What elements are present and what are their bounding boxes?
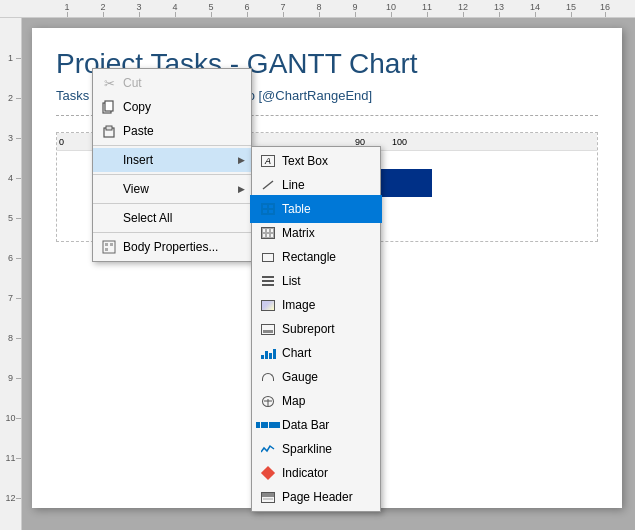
ruler-mark-4: 4 — [172, 2, 177, 12]
submenu-item-list[interactable]: List — [252, 269, 380, 293]
subreport-icon — [260, 321, 276, 337]
chart-label: Chart — [282, 346, 311, 360]
cut-icon: ✂ — [101, 75, 117, 91]
svg-rect-8 — [110, 243, 113, 246]
gantt-scale-90: 90 — [355, 137, 365, 147]
submenu-item-databar[interactable]: Data Bar — [252, 413, 380, 437]
submenu-item-image[interactable]: Image — [252, 293, 380, 317]
databar-label: Data Bar — [282, 418, 329, 432]
svg-rect-3 — [106, 126, 112, 130]
submenu-item-pageheader[interactable]: Page Header — [252, 485, 380, 509]
menu-item-body-properties[interactable]: Body Properties... — [93, 235, 251, 259]
paste-icon — [101, 123, 117, 139]
ruler-mark-2: 2 — [100, 2, 105, 12]
textbox-icon: A — [260, 153, 276, 169]
line-label: Line — [282, 178, 305, 192]
context-menu-overlay: ✂ Cut Copy — [92, 68, 252, 262]
menu-item-paste[interactable]: Paste — [93, 119, 251, 143]
matrix-label: Matrix — [282, 226, 315, 240]
body-properties-icon — [101, 239, 117, 255]
indicator-label: Indicator — [282, 466, 328, 480]
submenu-item-line[interactable]: Line — [252, 173, 380, 197]
rectangle-icon — [260, 249, 276, 265]
submenu-item-indicator[interactable]: Indicator — [252, 461, 380, 485]
menu-separator-3 — [93, 203, 251, 204]
gantt-scale-100: 100 — [392, 137, 407, 147]
ruler-mark-11: 11 — [422, 2, 432, 12]
line-icon — [260, 177, 276, 193]
ruler-mark-15: 15 — [566, 2, 576, 12]
pageheader-label: Page Header — [282, 490, 353, 504]
ruler-mark-12: 12 — [458, 2, 468, 12]
map-icon — [260, 393, 276, 409]
submenu-item-map[interactable]: Map — [252, 389, 380, 413]
list-label: List — [282, 274, 301, 288]
submenu-item-chart[interactable]: Chart — [252, 341, 380, 365]
cut-label: Cut — [123, 76, 243, 90]
menu-item-select-all[interactable]: Select All — [93, 206, 251, 230]
copy-icon — [101, 99, 117, 115]
sparkline-icon — [260, 441, 276, 457]
submenu-item-textbox[interactable]: A Text Box — [252, 149, 380, 173]
submenu-item-subreport[interactable]: Subreport — [252, 317, 380, 341]
list-icon — [260, 273, 276, 289]
submenu-insert: A Text Box Line — [251, 146, 381, 512]
content-area: Project Tasks - GANTT Chart Tasks from [… — [22, 18, 635, 530]
menu-separator-4 — [93, 232, 251, 233]
gantt-scale-0: 0 — [59, 137, 64, 147]
menu-item-view[interactable]: View — [93, 177, 251, 201]
menu-separator-2 — [93, 174, 251, 175]
menu-item-insert[interactable]: Insert A Text Box Lin — [93, 148, 251, 172]
databar-icon — [260, 417, 276, 433]
svg-rect-5 — [103, 241, 115, 253]
select-all-label: Select All — [123, 211, 243, 225]
table-label: Table — [282, 202, 311, 216]
submenu-item-gauge[interactable]: Gauge — [252, 365, 380, 389]
gauge-label: Gauge — [282, 370, 318, 384]
ruler-mark-14: 14 — [530, 2, 540, 12]
ruler-mark-8: 8 — [316, 2, 321, 12]
submenu-item-table[interactable]: Table — [252, 197, 380, 221]
svg-rect-1 — [105, 101, 113, 111]
chart-icon — [260, 345, 276, 361]
ruler-mark-6: 6 — [244, 2, 249, 12]
map-label: Map — [282, 394, 305, 408]
gauge-icon — [260, 369, 276, 385]
select-all-icon — [101, 210, 117, 226]
svg-rect-7 — [105, 248, 108, 251]
submenu-item-matrix[interactable]: Matrix — [252, 221, 380, 245]
image-icon — [260, 297, 276, 313]
insert-icon — [101, 152, 117, 168]
image-label: Image — [282, 298, 315, 312]
ruler-mark-5: 5 — [208, 2, 213, 12]
copy-label: Copy — [123, 100, 243, 114]
view-label: View — [123, 182, 243, 196]
rectangle-label: Rectangle — [282, 250, 336, 264]
sparkline-label: Sparkline — [282, 442, 332, 456]
submenu-item-sparkline[interactable]: Sparkline — [252, 437, 380, 461]
ruler-left: 1 2 3 4 5 6 7 8 9 10 11 12 — [0, 18, 22, 530]
ruler-mark-7: 7 — [280, 2, 285, 12]
ruler-mark-3: 3 — [136, 2, 141, 12]
subreport-label: Subreport — [282, 322, 335, 336]
table-icon — [260, 201, 276, 217]
ruler-mark-1: 1 — [64, 2, 69, 12]
submenu-item-rectangle[interactable]: Rectangle — [252, 245, 380, 269]
ruler-mark-9: 9 — [352, 2, 357, 12]
body-properties-label: Body Properties... — [123, 240, 243, 254]
ruler-mark-16: 16 — [600, 2, 610, 12]
ruler-mark-10: 10 — [386, 2, 396, 12]
ruler-top: 1 2 3 4 5 6 7 8 9 10 11 12 13 14 15 16 — [0, 0, 635, 18]
menu-item-cut[interactable]: ✂ Cut — [93, 71, 251, 95]
svg-line-4 — [263, 181, 273, 189]
indicator-icon — [260, 465, 276, 481]
menu-separator-1 — [93, 145, 251, 146]
svg-rect-6 — [105, 243, 108, 246]
menu-item-copy[interactable]: Copy — [93, 95, 251, 119]
paste-label: Paste — [123, 124, 243, 138]
matrix-icon — [260, 225, 276, 241]
insert-label: Insert — [123, 153, 243, 167]
pageheader-icon — [260, 489, 276, 505]
view-icon — [101, 181, 117, 197]
ruler-mark-13: 13 — [494, 2, 504, 12]
